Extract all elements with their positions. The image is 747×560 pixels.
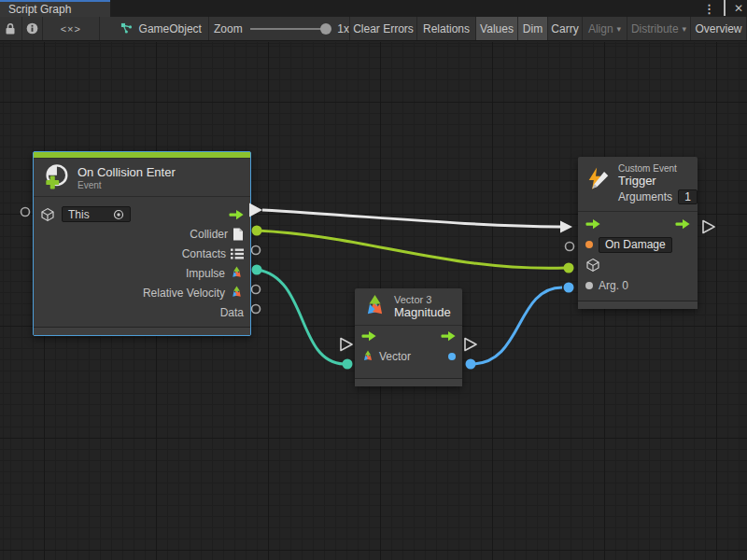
control-input-arrow-icon[interactable] xyxy=(585,218,600,230)
close-icon[interactable]: ✕ xyxy=(734,3,743,14)
control-output-arrow-icon[interactable] xyxy=(229,209,244,220)
zoom-value: 1x xyxy=(337,22,349,35)
zoom-label: Zoom xyxy=(214,22,243,35)
node-title: Trigger xyxy=(618,174,698,188)
target-picker-icon[interactable] xyxy=(113,209,124,220)
float-output-dot[interactable] xyxy=(448,353,456,360)
dim-button[interactable]: Dim xyxy=(518,17,548,40)
clear-errors-button[interactable]: Clear Errors xyxy=(350,17,417,40)
control-output-arrow-icon[interactable] xyxy=(441,330,456,342)
port-row-arg0[interactable]: Arg. 0 xyxy=(578,275,698,296)
lock-button[interactable] xyxy=(0,17,22,40)
zoom-slider[interactable] xyxy=(250,28,331,30)
port-row-vector[interactable]: Vector xyxy=(355,346,462,367)
node-title: On Collision Enter xyxy=(78,165,176,179)
node-trigger-custom-event[interactable]: Custom Event Trigger Arguments 1 On Dama… xyxy=(578,157,698,309)
window-controls: ⋮ ✕ xyxy=(703,0,743,17)
node-footer xyxy=(34,327,250,335)
gameobject-cube-icon xyxy=(40,207,55,222)
zoom-control: Zoom 1x xyxy=(209,17,350,40)
event-icon xyxy=(42,163,70,191)
custom-event-icon xyxy=(585,166,612,192)
node-footer xyxy=(578,301,698,309)
graph-toolbar: <×> GameObject Zoom 1x Clear Errors Rela… xyxy=(0,17,747,41)
carry-button[interactable]: Carry xyxy=(548,17,583,40)
vector3-icon xyxy=(230,286,244,300)
node-type-label: Custom Event xyxy=(618,163,698,174)
port-row-gameobject[interactable] xyxy=(578,255,698,275)
align-dropdown: Align ▾ xyxy=(583,17,627,40)
arguments-count-field[interactable]: 1 xyxy=(678,189,698,204)
event-name-field[interactable]: On Damage xyxy=(599,237,672,253)
tab-title: Script Graph xyxy=(8,3,71,16)
vector3-icon xyxy=(362,294,388,319)
node-title: Magnitude xyxy=(394,305,451,319)
collider-doc-icon xyxy=(233,228,244,241)
port-row-event-name[interactable]: On Damage xyxy=(578,234,698,255)
lock-icon xyxy=(5,22,16,35)
port-row-impulse[interactable]: Impulse xyxy=(34,263,250,283)
string-port-dot[interactable] xyxy=(585,241,593,248)
node-on-collision-enter[interactable]: On Collision Enter Event This Collider xyxy=(33,151,251,336)
arg0-port-dot[interactable] xyxy=(585,282,593,289)
vector3-icon xyxy=(361,350,374,363)
port-row-data[interactable]: Data xyxy=(34,302,250,322)
graph-hierarchy-icon xyxy=(120,22,133,35)
code-view-button[interactable]: <×> xyxy=(43,17,100,40)
info-button[interactable] xyxy=(22,17,43,40)
node-vector3-magnitude[interactable]: Vector 3 Magnitude Vector xyxy=(355,288,462,386)
port-row-contacts[interactable]: Contacts xyxy=(34,244,250,263)
arguments-label: Arguments xyxy=(618,190,672,203)
values-button[interactable]: Values xyxy=(476,17,518,40)
info-icon xyxy=(26,22,38,35)
zoom-slider-handle[interactable] xyxy=(320,23,331,35)
port-row-relative-velocity[interactable]: Relative Velocity xyxy=(34,283,250,302)
vector3-icon xyxy=(230,266,244,280)
tab-script-graph[interactable]: Script Graph xyxy=(0,0,110,17)
chevron-down-icon: ▾ xyxy=(617,24,622,34)
control-output-arrow-icon[interactable] xyxy=(675,218,690,230)
maximize-icon[interactable] xyxy=(724,3,726,14)
gameobject-label: GameObject xyxy=(139,22,202,35)
target-field[interactable]: This xyxy=(62,206,131,222)
overview-button[interactable]: Overview xyxy=(691,17,747,40)
node-accent-bar xyxy=(34,152,250,159)
port-row-collider[interactable]: Collider xyxy=(34,224,250,244)
list-icon xyxy=(231,248,244,259)
tab-bar: Script Graph ⋮ ✕ xyxy=(0,0,747,18)
unity-script-graph-window: Script Graph ⋮ ✕ <×> GameObject xyxy=(0,0,747,560)
gameobject-reference[interactable]: GameObject xyxy=(100,17,209,40)
chevron-down-icon: ▾ xyxy=(683,24,687,34)
distribute-dropdown: Distribute ▾ xyxy=(627,17,691,40)
control-input-arrow-icon[interactable] xyxy=(361,330,376,342)
node-footer xyxy=(355,378,462,386)
gameobject-cube-icon xyxy=(585,258,600,273)
relations-button[interactable]: Relations xyxy=(417,17,476,40)
window-menu-icon[interactable]: ⋮ xyxy=(703,3,715,15)
node-subtitle: Event xyxy=(78,180,176,190)
code-icon: <×> xyxy=(61,23,81,35)
node-type-label: Vector 3 xyxy=(394,294,451,305)
